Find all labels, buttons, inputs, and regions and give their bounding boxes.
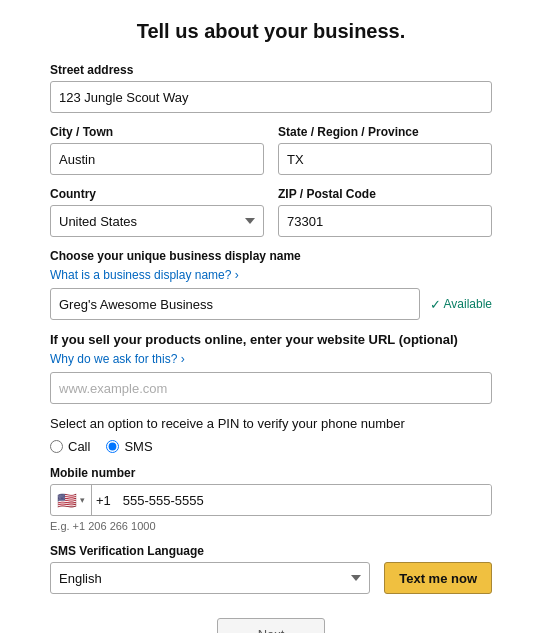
display-name-group: Choose your unique business display name… bbox=[50, 249, 492, 320]
street-address-label: Street address bbox=[50, 63, 492, 77]
check-icon: ✓ bbox=[430, 297, 441, 312]
us-flag-icon: 🇺🇸 bbox=[57, 491, 77, 510]
website-link[interactable]: Why do we ask for this? bbox=[50, 352, 185, 366]
city-state-row: City / Town State / Region / Province bbox=[50, 125, 492, 187]
country-zip-row: Country United States Canada United King… bbox=[50, 187, 492, 249]
sms-option[interactable]: SMS bbox=[106, 439, 152, 454]
pin-group: Select an option to receive a PIN to ver… bbox=[50, 416, 492, 454]
mobile-label: Mobile number bbox=[50, 466, 492, 480]
city-group: City / Town bbox=[50, 125, 264, 175]
pin-radio-group: Call SMS bbox=[50, 439, 492, 454]
display-name-label: Choose your unique business display name bbox=[50, 249, 492, 263]
phone-flag-select[interactable]: 🇺🇸 ▾ bbox=[51, 485, 92, 515]
state-input[interactable] bbox=[278, 143, 492, 175]
language-select[interactable]: English Spanish French German Portuguese bbox=[50, 562, 370, 594]
display-name-input[interactable] bbox=[50, 288, 420, 320]
state-label: State / Region / Province bbox=[278, 125, 492, 139]
phone-prefix: +1 bbox=[92, 485, 115, 515]
phone-hint: E.g. +1 206 266 1000 bbox=[50, 520, 492, 532]
call-radio[interactable] bbox=[50, 440, 63, 453]
available-text: Available bbox=[444, 297, 492, 311]
sms-radio-label: SMS bbox=[124, 439, 152, 454]
city-label: City / Town bbox=[50, 125, 264, 139]
sms-lang-group: SMS Verification Language English Spanis… bbox=[50, 544, 492, 594]
zip-input[interactable] bbox=[278, 205, 492, 237]
mobile-group: Mobile number 🇺🇸 ▾ +1 E.g. +1 206 266 10… bbox=[50, 466, 492, 532]
sms-radio[interactable] bbox=[106, 440, 119, 453]
website-input[interactable] bbox=[50, 372, 492, 404]
country-select-wrapper: United States Canada United Kingdom Aust… bbox=[50, 205, 264, 237]
call-label: Call bbox=[68, 439, 90, 454]
website-group: If you sell your products online, enter … bbox=[50, 332, 492, 404]
phone-input[interactable] bbox=[115, 484, 491, 516]
call-option[interactable]: Call bbox=[50, 439, 90, 454]
flag-dropdown-arrow: ▾ bbox=[80, 495, 85, 505]
display-name-row: ✓ Available bbox=[50, 288, 492, 320]
phone-row: 🇺🇸 ▾ +1 bbox=[50, 484, 492, 516]
zip-group: ZIP / Postal Code bbox=[278, 187, 492, 237]
zip-label: ZIP / Postal Code bbox=[278, 187, 492, 201]
sms-lang-label: SMS Verification Language bbox=[50, 544, 492, 558]
country-label: Country bbox=[50, 187, 264, 201]
sms-row: English Spanish French German Portuguese… bbox=[50, 562, 492, 594]
pin-label: Select an option to receive a PIN to ver… bbox=[50, 416, 492, 431]
text-me-button[interactable]: Text me now bbox=[384, 562, 492, 594]
display-name-link[interactable]: What is a business display name? bbox=[50, 268, 239, 282]
available-badge: ✓ Available bbox=[430, 297, 492, 312]
state-group: State / Region / Province bbox=[278, 125, 492, 175]
country-select[interactable]: United States Canada United Kingdom Aust… bbox=[50, 205, 264, 237]
street-address-group: Street address bbox=[50, 63, 492, 113]
next-button[interactable]: Next bbox=[217, 618, 326, 633]
website-label: If you sell your products online, enter … bbox=[50, 332, 492, 347]
page-title: Tell us about your business. bbox=[50, 20, 492, 43]
city-input[interactable] bbox=[50, 143, 264, 175]
street-address-input[interactable] bbox=[50, 81, 492, 113]
sms-select-wrapper: English Spanish French German Portuguese bbox=[50, 562, 370, 594]
country-group: Country United States Canada United King… bbox=[50, 187, 264, 237]
next-btn-row: Next bbox=[50, 618, 492, 633]
